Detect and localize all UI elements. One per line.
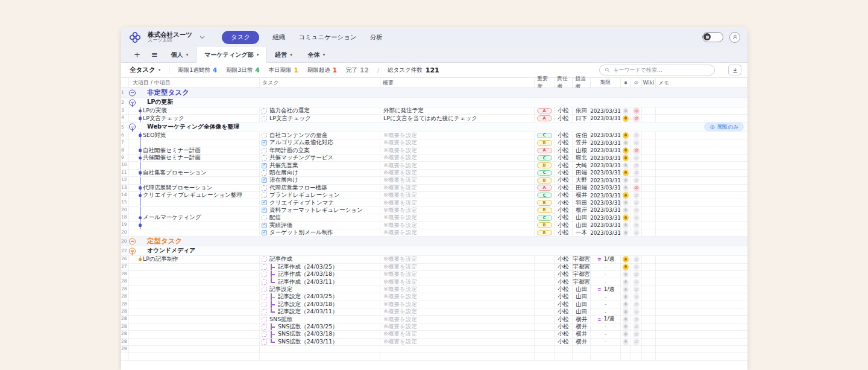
- checkbox-unchecked[interactable]: [262, 155, 267, 161]
- nav-tab-3[interactable]: コミュニケーション: [298, 33, 356, 42]
- cell-major-mid[interactable]: [129, 301, 260, 308]
- cell-notification[interactable]: [621, 346, 631, 353]
- cell-assignee[interactable]: 日下: [573, 115, 591, 121]
- cell-wiki[interactable]: [642, 199, 656, 206]
- cell-major-mid[interactable]: 自社集客プロモーション: [129, 170, 260, 176]
- checkbox-unchecked[interactable]: [262, 148, 267, 153]
- bell-off-icon[interactable]: [623, 229, 629, 236]
- cell-due[interactable]: 2023/03/31: [591, 162, 621, 168]
- cell-major-mid[interactable]: メールマーケティング: [129, 214, 260, 221]
- checkbox-checked[interactable]: [262, 177, 267, 183]
- cell-due[interactable]: -: [591, 331, 621, 337]
- cell-assignee[interactable]: 宇都宮: [573, 264, 591, 270]
- cell-task[interactable]: 協力会社の選定: [260, 107, 380, 114]
- cell-visibility[interactable]: [631, 132, 642, 139]
- cell-owner[interactable]: 小松: [555, 115, 573, 121]
- cell-desc[interactable]: ※概要を設定: [380, 339, 535, 345]
- cell-visibility[interactable]: [631, 147, 642, 154]
- checkbox-unchecked[interactable]: [262, 257, 267, 262]
- cell-owner[interactable]: 小松: [555, 271, 573, 278]
- cell-task[interactable]: SNS拡散（24/03/18）: [260, 331, 380, 337]
- cell-memo[interactable]: [656, 192, 747, 199]
- cell-wiki[interactable]: [642, 132, 656, 139]
- bell-off-icon[interactable]: [623, 222, 629, 229]
- cell-memo[interactable]: [656, 264, 747, 270]
- cell-visibility[interactable]: [631, 199, 642, 206]
- eye-off-gray-icon[interactable]: [633, 316, 640, 323]
- cell-owner[interactable]: 小松: [555, 185, 573, 191]
- cell-owner[interactable]: 小松: [555, 139, 573, 146]
- cell-visibility[interactable]: [631, 324, 642, 330]
- cell-notification[interactable]: [621, 324, 631, 330]
- cell-task[interactable]: 記事作成: [260, 256, 380, 263]
- cell-assignee[interactable]: 山田: [573, 293, 591, 300]
- cell-owner[interactable]: 小松: [555, 162, 573, 168]
- cell-visibility[interactable]: [631, 155, 642, 161]
- list-menu-button[interactable]: ≡: [146, 47, 163, 62]
- cell-memo[interactable]: [656, 185, 747, 191]
- eye-off-gray-icon[interactable]: [633, 214, 640, 221]
- cell-task[interactable]: 記事作成（24/03/18）: [260, 271, 380, 278]
- cell-owner[interactable]: 小松: [555, 256, 573, 263]
- search-box[interactable]: [599, 65, 715, 75]
- cell-wiki[interactable]: [642, 115, 656, 121]
- cell-major-mid[interactable]: [129, 222, 260, 228]
- cell-assignee[interactable]: 大野: [573, 177, 591, 183]
- cell-major-mid[interactable]: LPの記事制作: [129, 256, 260, 263]
- eye-off-red-icon[interactable]: [633, 185, 640, 191]
- cell-notification[interactable]: [621, 147, 631, 154]
- cell-wiki[interactable]: [642, 192, 656, 199]
- col-importance[interactable]: 重要度: [535, 78, 555, 88]
- col-owner[interactable]: 責任者: [555, 78, 573, 88]
- cell-notification[interactable]: [621, 192, 631, 199]
- cell-owner[interactable]: 小松: [555, 107, 573, 114]
- cell-owner[interactable]: 小松: [555, 170, 573, 176]
- eye-off-red-icon[interactable]: [633, 147, 640, 154]
- cell-memo[interactable]: [656, 353, 747, 360]
- bell-off-icon[interactable]: [623, 107, 629, 114]
- bell-off-icon[interactable]: [623, 139, 629, 146]
- eye-off-gray-icon[interactable]: [633, 229, 640, 236]
- cell-desc[interactable]: ※概要を設定: [380, 286, 535, 293]
- cell-desc[interactable]: ※概要を設定: [380, 271, 535, 278]
- cell-desc[interactable]: [380, 353, 535, 360]
- cell-desc[interactable]: ※概要を設定: [380, 139, 535, 146]
- cell-assignee[interactable]: 佐伯: [573, 132, 591, 139]
- cell-major-mid[interactable]: [129, 346, 260, 353]
- cell-desc[interactable]: ※概要を設定: [380, 132, 535, 139]
- eye-off-gray-icon[interactable]: [633, 339, 640, 345]
- cell-assignee[interactable]: 山田: [573, 214, 591, 221]
- eye-off-gray-icon[interactable]: [633, 222, 640, 229]
- cell-due[interactable]: 2023/03/31: [591, 155, 621, 161]
- checkbox-unchecked[interactable]: [262, 193, 267, 198]
- cell-due[interactable]: -: [591, 293, 621, 300]
- cell-major-mid[interactable]: [129, 177, 260, 183]
- cell-assignee[interactable]: 堀北: [573, 155, 591, 161]
- cell-owner[interactable]: 小松: [555, 293, 573, 300]
- cell-visibility[interactable]: [631, 207, 642, 214]
- cell-assignee[interactable]: 横井: [573, 339, 591, 345]
- cell-assignee[interactable]: 依田: [573, 107, 591, 114]
- cell-memo[interactable]: [656, 316, 747, 322]
- cell-notification[interactable]: [621, 308, 631, 315]
- cell-major-mid[interactable]: [129, 331, 260, 337]
- cell-importance[interactable]: [535, 324, 555, 330]
- cell-wiki[interactable]: [642, 293, 656, 300]
- cell-notification[interactable]: [621, 301, 631, 308]
- cell-major-mid[interactable]: [129, 286, 260, 293]
- cell-importance[interactable]: B: [535, 222, 555, 228]
- cell-importance[interactable]: [535, 256, 555, 263]
- checkbox-unchecked[interactable]: [262, 170, 267, 176]
- cell-task[interactable]: SNS拡散（24/03/25）: [260, 324, 380, 330]
- checkbox-unchecked[interactable]: [262, 287, 267, 292]
- cell-owner[interactable]: 小松: [555, 177, 573, 183]
- cell-notification[interactable]: [621, 107, 631, 114]
- filter-stat-1[interactable]: 期限1週間前4: [178, 66, 217, 74]
- cell-desc[interactable]: ※概要を設定: [380, 264, 535, 270]
- cell-task[interactable]: 記事設定: [260, 286, 380, 293]
- cell-desc[interactable]: ※概要を設定: [380, 324, 535, 330]
- cell-visibility[interactable]: [631, 170, 642, 176]
- cell-due[interactable]: 1/週: [591, 316, 621, 322]
- col-memo[interactable]: メモ: [656, 78, 747, 88]
- cell-task[interactable]: [260, 353, 380, 360]
